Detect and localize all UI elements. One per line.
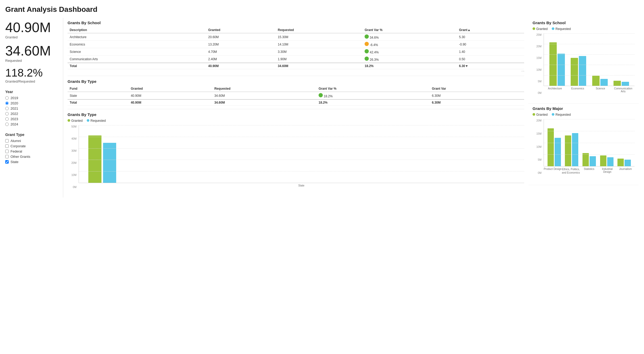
school-table-header: Description Granted Requested Grant Var … xyxy=(68,27,524,33)
bar-product-requested xyxy=(555,138,561,166)
bar-group-ethics xyxy=(563,133,581,166)
major-x-labels: Product Design Ethics, Politics,and Econ… xyxy=(544,166,635,174)
bar-architecture-requested xyxy=(558,54,565,86)
bar-group-economics xyxy=(568,56,589,86)
bar-group-statistics xyxy=(580,153,598,166)
major-requested-dot xyxy=(552,113,554,116)
col-type-var: Grant Var xyxy=(430,86,524,92)
granted-value: 40.90M xyxy=(5,21,59,34)
scroll-hint: ‹ › xyxy=(68,69,524,73)
year-2019[interactable]: 2019 xyxy=(5,96,59,100)
filter-state[interactable]: State xyxy=(5,160,59,164)
x-label-product: Product Design xyxy=(544,166,562,174)
col-type-var-pct: Grant Var % xyxy=(316,86,430,92)
col-description: Description xyxy=(68,27,206,33)
bar-architecture-granted xyxy=(549,42,557,86)
bar-communication-requested xyxy=(622,82,629,86)
metric-requested: 34.60M Requested xyxy=(5,44,59,63)
col-grant-var: Grant▲ xyxy=(457,27,524,33)
bar-science-granted xyxy=(592,76,600,86)
grants-by-type-table-panel: Grants By Type Fund Granted Requested Gr… xyxy=(68,79,524,106)
indicator-comm xyxy=(365,57,369,61)
col-fund: Fund xyxy=(68,86,129,92)
year-2024[interactable]: 2024 xyxy=(5,122,59,126)
indicator-arch xyxy=(365,34,369,39)
bar-economics-requested xyxy=(579,56,586,86)
bar-economics-granted xyxy=(571,58,578,86)
bar-group-architecture xyxy=(546,42,568,86)
type-granted-dot xyxy=(68,119,70,122)
x-label-state: State xyxy=(79,183,524,187)
x-label-ethics: Ethics, Politics,and Economics xyxy=(562,166,580,174)
x-label-industrial: Industrial Design xyxy=(598,166,616,174)
filter-federal[interactable]: Federal xyxy=(5,149,59,153)
type-chart-title: Grants By Type xyxy=(68,112,524,117)
school-chart-legend: Granted Requested xyxy=(533,27,635,31)
type-y-axis: 50M 40M 30M 20M 10M 0M xyxy=(68,125,78,189)
bar-journalism-granted xyxy=(617,159,624,166)
requested-legend-dot xyxy=(552,27,554,30)
metric-ratio: 118.2% Granted/Requested xyxy=(5,67,59,83)
major-bar-area xyxy=(544,119,635,166)
table-row: Architecture 20.60M 15.30M 34.6% 5.30 xyxy=(68,33,524,41)
year-2023[interactable]: 2023 xyxy=(5,117,59,121)
table-divider xyxy=(68,76,524,76)
ratio-value: 118.2% xyxy=(5,67,59,78)
type-table: Fund Granted Requested Grant Var % Grant… xyxy=(68,86,524,106)
school-chart-wrapper: 25M 20M 15M 10M 5M 0M xyxy=(533,33,635,101)
table-row: Economics 13.20M 14.10M -6.4% -0.90 xyxy=(68,41,524,48)
x-label-journalism: Journalism xyxy=(616,166,635,174)
year-2022[interactable]: 2022 xyxy=(5,112,59,116)
col-type-requested: Requested xyxy=(212,86,316,92)
major-chart-legend: Granted Requested xyxy=(533,113,635,117)
school-table-total: Total 40.90M 34.60M 18.2% 6.30▼ xyxy=(68,63,524,69)
bar-science-requested xyxy=(600,79,608,86)
bar-group-industrial xyxy=(598,155,616,166)
x-label-architecture: Architecture xyxy=(544,86,566,93)
col-granted: Granted xyxy=(206,27,276,33)
indicator-sci xyxy=(365,49,369,53)
major-granted-dot xyxy=(533,113,535,116)
grant-type-filter: Grant Type Alumni Corporate Federal Othe… xyxy=(5,133,59,164)
indicator-econ xyxy=(365,42,369,46)
x-label-science: Science xyxy=(589,86,612,93)
bar-communication-granted xyxy=(614,81,621,86)
type-requested-dot xyxy=(87,119,89,122)
grants-by-school-table-panel: Grants By School Description Granted Req… xyxy=(68,21,524,73)
bar-ethics-requested xyxy=(572,133,578,166)
granted-legend-dot xyxy=(533,27,535,30)
filter-alumni[interactable]: Alumni xyxy=(5,139,59,143)
metric-granted: 40.90M Granted xyxy=(5,21,59,39)
requested-value: 34.60M xyxy=(5,44,59,58)
year-filter: Year 2019 2020 2021 2022 2023 2024 xyxy=(5,90,59,126)
grants-by-major-chart-panel: Grants By Major Granted Requested 20M 15… xyxy=(528,104,639,185)
bar-group-state xyxy=(87,135,118,183)
type-chart-wrapper: 50M 40M 30M 20M 10M 0M xyxy=(68,125,524,195)
charts-column: Grants By School Granted Requested 25M 2… xyxy=(528,18,639,185)
type-bar-area xyxy=(79,125,524,183)
filter-other-grants[interactable]: Other Grants xyxy=(5,155,59,159)
col-type-granted: Granted xyxy=(129,86,212,92)
year-2020[interactable]: 2020 xyxy=(5,101,59,105)
bar-industrial-requested xyxy=(607,157,614,166)
major-chart-wrapper: 20M 15M 10M 5M 0M xyxy=(533,119,635,182)
type-chart-legend: Granted Requested xyxy=(68,119,524,123)
filter-corporate[interactable]: Corporate xyxy=(5,144,59,148)
school-x-labels: Architecture Economics Science Communica… xyxy=(544,86,635,93)
type-table-title: Grants By Type xyxy=(68,79,524,84)
sidebar: 40.90M Granted 34.60M Requested 118.2% G… xyxy=(5,18,63,198)
bar-state-granted xyxy=(88,135,101,183)
bar-product-granted xyxy=(548,128,554,166)
year-filter-title: Year xyxy=(5,90,59,94)
school-bar-area xyxy=(544,33,635,86)
x-label-communication: Communication Arts xyxy=(612,86,635,93)
school-table-title: Grants By School xyxy=(68,21,524,25)
page-title: Grant Analysis Dashboard xyxy=(5,5,639,14)
table-row: Communication Arts 2.40M 1.90M 26.3% 0.5… xyxy=(68,55,524,63)
requested-label: Requested xyxy=(5,59,59,63)
right-column: Grants By School Description Granted Req… xyxy=(63,18,528,198)
grants-by-type-chart-panel: Grants By Type Granted Requested 50M 40M… xyxy=(68,112,524,195)
year-2021[interactable]: 2021 xyxy=(5,107,59,110)
grant-type-filter-title: Grant Type xyxy=(5,133,59,137)
x-label-statistics: Statistics xyxy=(580,166,598,174)
